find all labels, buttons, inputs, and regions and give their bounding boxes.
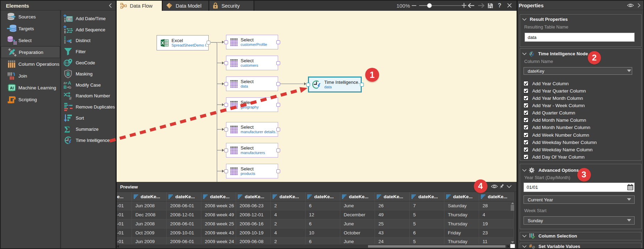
svg-text:#: # (69, 96, 72, 100)
svg-text:X: X (161, 40, 164, 46)
svg-text:b: b (69, 85, 71, 89)
svg-text:A: A (68, 80, 72, 86)
svg-text:Σ: Σ (64, 124, 70, 134)
svg-text:AI: AI (10, 86, 14, 90)
svg-text:@: @ (532, 246, 535, 249)
svg-text:#: # (529, 243, 532, 249)
svg-text:B: B (64, 85, 67, 89)
